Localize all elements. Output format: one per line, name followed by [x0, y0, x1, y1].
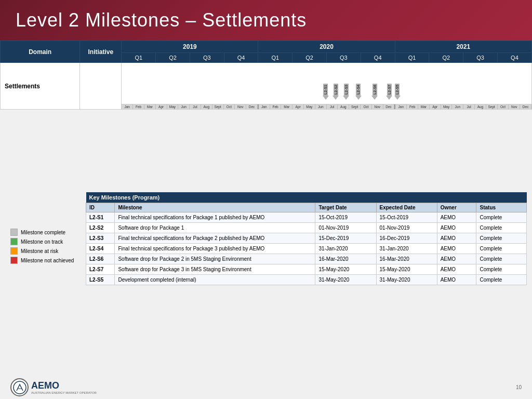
cell-milestone: Final technical specifications for Packa… [115, 244, 315, 254]
q3-2020: Q3 [327, 53, 361, 63]
year-2020-header: 2020 [258, 41, 395, 53]
milestone-L2-S7: L2-S7 [386, 84, 392, 100]
cell-target-date: 15-Oct-2019 [315, 212, 376, 223]
key-milestones-section: Key Milestones (Program) ID Milestone Ta… [86, 192, 527, 285]
cell-expected-date: 15-Oct-2019 [376, 212, 437, 223]
cell-id: L2-S5 [86, 275, 115, 285]
cell-id: L2-S3 [86, 233, 115, 244]
month-bar-cell: JanFebMar AprMayJun JulAugSept OctNovDec… [122, 104, 532, 110]
legend-color-on-track [10, 238, 18, 245]
q3-2019: Q3 [190, 53, 224, 63]
cell-status: Complete [476, 254, 527, 264]
cell-milestone: Software drop for Package 3 in 5MS Stagi… [115, 264, 315, 275]
legend-color-at-risk [10, 247, 18, 255]
cell-expected-date: 15-May-2020 [376, 264, 437, 275]
cell-id: L2-S4 [86, 244, 115, 254]
cell-id: L2-S1 [86, 212, 115, 223]
cell-owner: AEMO [437, 212, 476, 223]
milestone-L2-S3: L2-S3 [343, 84, 349, 100]
col-target-date: Target Date [315, 203, 376, 212]
aemo-logo-icon [12, 380, 27, 395]
cell-expected-date: 31-May-2020 [376, 275, 437, 285]
legend-on-track: Milestone on track [10, 238, 74, 245]
q1-2021: Q1 [395, 53, 429, 63]
legend-label-complete: Milestone complete [21, 230, 65, 235]
cell-status: Complete [476, 275, 527, 285]
milestone-L2-S1: L2-S1 [323, 84, 329, 100]
milestones-container: L2-S1 L2-S2 L2-S3 [122, 63, 531, 104]
page-title: Level 2 Milestones – Settlements [16, 9, 516, 31]
q2-2019: Q2 [156, 53, 190, 63]
cell-owner: AEMO [437, 275, 476, 285]
cell-id: L2-S2 [86, 223, 115, 233]
cell-milestone: Software drop for Package 1 [115, 223, 315, 233]
cell-owner: AEMO [437, 254, 476, 264]
q4-2020: Q4 [361, 53, 395, 63]
timeline-table: Domain Initiative 2019 2020 2021 Q1 Q2 Q… [0, 41, 532, 110]
legend-section: Milestone complete Milestone on track Mi… [10, 229, 74, 266]
logo-subtext: AUSTRALIAN ENERGY MARKET OPERATOR [31, 391, 97, 394]
cell-id: L2-S6 [86, 254, 115, 264]
cell-id: L2-S7 [86, 264, 115, 275]
table-row: L2-S2 Software drop for Package 1 01-Nov… [86, 223, 527, 233]
cell-owner: AEMO [437, 264, 476, 275]
cell-milestone: Development completed (internal) [115, 275, 315, 285]
col-expected-date: Expected Date [376, 203, 437, 212]
table-row: L2-S3 Final technical specifications for… [86, 233, 527, 244]
milestone-L2-S2: L2-S2 [332, 84, 339, 100]
cell-status: Complete [476, 264, 527, 275]
footer: AEMO AUSTRALIAN ENERGY MARKET OPERATOR 1… [10, 378, 522, 396]
cell-owner: AEMO [437, 244, 476, 254]
km-title-row: Key Milestones (Program) [86, 192, 527, 203]
cell-status: Complete [476, 223, 527, 233]
initiative-cell [80, 63, 122, 110]
table-row: L2-S1 Final technical specifications for… [86, 212, 527, 223]
table-row: L2-S6 Software drop for Package 2 in 5MS… [86, 254, 527, 264]
legend-color-not-achieved [10, 257, 18, 264]
legend-label-on-track: Milestone on track [21, 239, 63, 245]
legend-color-complete [10, 229, 18, 236]
cell-target-date: 31-May-2020 [315, 275, 376, 285]
milestone-L2-S4: L2-S4 [355, 84, 362, 100]
cell-status: Complete [476, 244, 527, 254]
col-status: Status [476, 203, 527, 212]
cell-expected-date: 16-Mar-2020 [376, 254, 437, 264]
legend-not-achieved: Milestone not achieved [10, 257, 74, 264]
table-row: L2-S4 Final technical specifications for… [86, 244, 527, 254]
cell-expected-date: 01-Nov-2019 [376, 223, 437, 233]
legend-label-at-risk: Milestone at risk [21, 248, 58, 254]
q3-2021: Q3 [463, 53, 498, 63]
logo-name: AEMO [31, 380, 59, 391]
milestone-L2-S5: L2-S5 [394, 84, 401, 100]
q4-2019: Q4 [224, 53, 258, 63]
cell-target-date: 16-Mar-2020 [315, 254, 376, 264]
cell-target-date: 15-Dec-2019 [315, 233, 376, 244]
initiative-col-header: Initiative [80, 41, 122, 63]
col-owner: Owner [437, 203, 476, 212]
cell-status: Complete [476, 212, 527, 223]
logo-text-block: AEMO AUSTRALIAN ENERGY MARKET OPERATOR [31, 380, 97, 394]
legend-label-not-achieved: Milestone not achieved [21, 258, 74, 263]
km-col-headers: ID Milestone Target Date Expected Date O… [86, 203, 527, 212]
year-2019-header: 2019 [122, 41, 258, 53]
svg-point-0 [14, 381, 26, 394]
cell-milestone: Software drop for Package 2 in 5MS Stagi… [115, 254, 315, 264]
q2-2021: Q2 [429, 53, 463, 63]
cell-target-date: 31-Jan-2020 [315, 244, 376, 254]
cell-owner: AEMO [437, 223, 476, 233]
table-row: L2-S5 Development completed (internal) 3… [86, 275, 527, 285]
gantt-area: L2-S1 L2-S2 L2-S3 [122, 63, 532, 104]
logo-circle [10, 378, 29, 396]
milestones-table: Key Milestones (Program) ID Milestone Ta… [86, 192, 527, 285]
cell-target-date: 15-May-2020 [315, 264, 376, 275]
q1-2019: Q1 [122, 53, 156, 63]
table-row: L2-S7 Software drop for Package 3 in 5MS… [86, 264, 527, 275]
cell-expected-date: 16-Dec-2019 [376, 233, 437, 244]
domain-cell: Settlements [1, 63, 80, 110]
cell-expected-date: 31-Jan-2020 [376, 244, 437, 254]
year-2021-header: 2021 [395, 41, 531, 53]
timeline-section: Domain Initiative 2019 2020 2021 Q1 Q2 Q… [0, 41, 532, 110]
q4-2021: Q4 [497, 53, 531, 63]
cell-target-date: 01-Nov-2019 [315, 223, 376, 233]
page-header: Level 2 Milestones – Settlements [0, 0, 532, 41]
